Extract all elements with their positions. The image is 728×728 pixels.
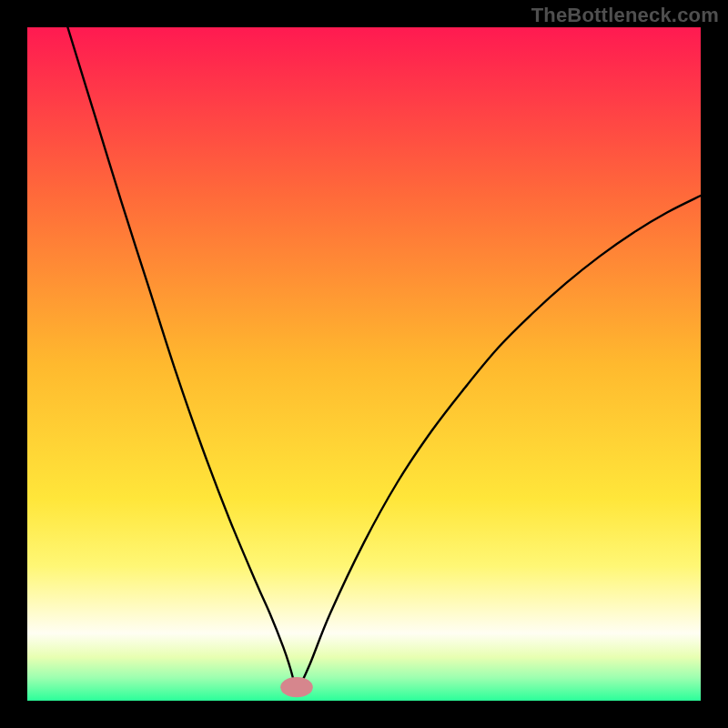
gradient-background: [27, 27, 701, 701]
watermark-text: TheBottleneck.com: [531, 4, 719, 27]
chart-frame: TheBottleneck.com: [0, 0, 728, 728]
plot-svg: [27, 27, 701, 701]
plot-area: [27, 27, 701, 701]
bottleneck-marker: [280, 677, 313, 697]
